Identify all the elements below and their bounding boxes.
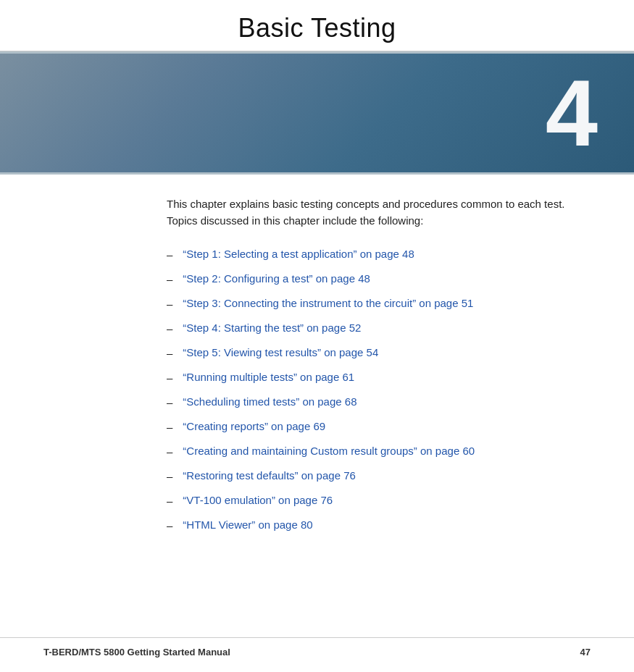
list-item: –“Restoring test defaults” on page 76 [167, 468, 591, 484]
page-title-area: Basic Testing [0, 0, 634, 51]
list-item: –“Creating and maintaining Custom result… [167, 443, 591, 459]
list-item: –“Step 1: Selecting a test application” … [167, 246, 591, 262]
list-item: –“Step 4: Starting the test” on page 52 [167, 320, 591, 336]
list-item: –“Running multiple tests” on page 61 [167, 369, 591, 385]
toc-link-2[interactable]: “Step 2: Configuring a test” on page 48 [183, 271, 370, 286]
toc-link-10[interactable]: “Restoring test defaults” on page 76 [183, 468, 355, 483]
toc-link-1[interactable]: “Step 1: Selecting a test application” o… [183, 246, 414, 261]
list-item: –“Step 5: Viewing test results” on page … [167, 345, 591, 361]
list-item: –“Creating reports” on page 69 [167, 419, 591, 434]
page-title: Basic Testing [0, 13, 634, 43]
toc-link-6[interactable]: “Running multiple tests” on page 61 [183, 369, 354, 385]
footer-manual-name: T-BERD/MTS 5800 Getting Started Manual [43, 647, 230, 658]
list-item: –“Step 2: Configuring a test” on page 48 [167, 271, 591, 287]
toc-link-4[interactable]: “Step 4: Starting the test” on page 52 [183, 320, 361, 335]
chapter-banner: 4 [0, 51, 634, 175]
toc-dash: – [167, 517, 172, 533]
toc-dash: – [167, 443, 172, 459]
content-area: This chapter explains basic testing conc… [0, 175, 634, 563]
toc-link-11[interactable]: “VT-100 emulation” on page 76 [183, 492, 333, 508]
toc-dash: – [167, 369, 172, 385]
toc-dash: – [167, 246, 172, 262]
toc-list: –“Step 1: Selecting a test application” … [167, 246, 591, 533]
toc-dash: – [167, 320, 172, 336]
toc-dash: – [167, 394, 172, 410]
toc-link-3[interactable]: “Step 3: Connecting the instrument to th… [183, 295, 473, 311]
toc-dash: – [167, 295, 172, 311]
toc-link-8[interactable]: “Creating reports” on page 69 [183, 419, 325, 434]
toc-link-7[interactable]: “Scheduling timed tests” on page 68 [183, 394, 356, 409]
chapter-number: 4 [546, 66, 598, 160]
toc-dash: – [167, 419, 172, 434]
toc-dash: – [167, 345, 172, 361]
toc-link-9[interactable]: “Creating and maintaining Custom result … [183, 443, 475, 458]
toc-dash: – [167, 271, 172, 287]
footer-page-number: 47 [580, 647, 591, 658]
toc-link-5[interactable]: “Step 5: Viewing test results” on page 5… [183, 345, 378, 360]
toc-dash: – [167, 492, 172, 508]
list-item: –“Scheduling timed tests” on page 68 [167, 394, 591, 410]
list-item: –“HTML Viewer” on page 80 [167, 517, 591, 533]
toc-dash: – [167, 468, 172, 484]
toc-link-12[interactable]: “HTML Viewer” on page 80 [183, 517, 312, 532]
page-footer: T-BERD/MTS 5800 Getting Started Manual 4… [0, 637, 634, 658]
list-item: –“VT-100 emulation” on page 76 [167, 492, 591, 508]
intro-paragraph: This chapter explains basic testing conc… [167, 196, 591, 229]
list-item: –“Step 3: Connecting the instrument to t… [167, 295, 591, 311]
